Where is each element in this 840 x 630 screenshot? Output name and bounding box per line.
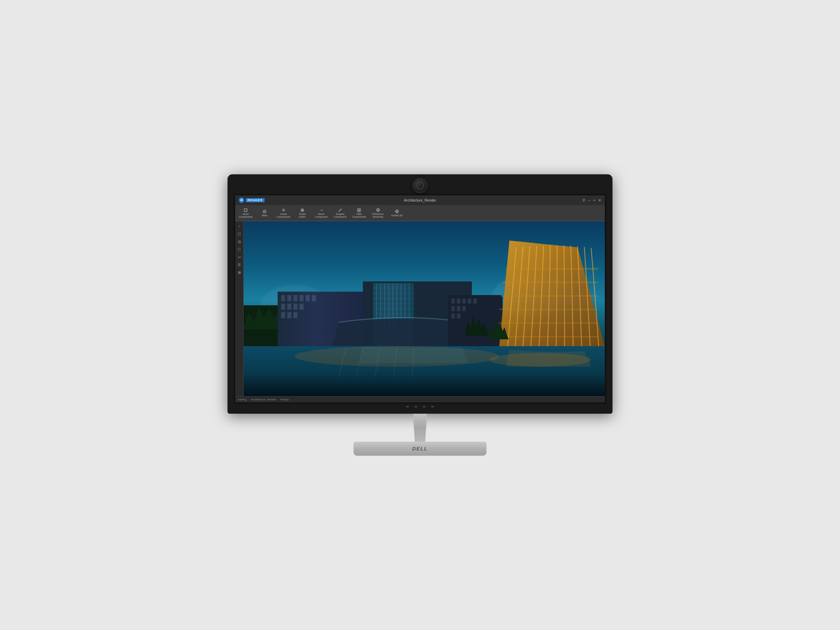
svg-rect-15 <box>300 303 304 310</box>
control-dot-1[interactable] <box>406 406 409 407</box>
expand-component-icon: ⤢ <box>338 208 342 212</box>
svg-rect-10 <box>306 295 310 302</box>
close-button[interactable]: ✕ <box>598 198 601 203</box>
title-bar-logo: ⚙ RENDER <box>239 197 265 203</box>
reference-geometry-icon: ⚙ <box>376 208 381 212</box>
monitor-top-bar <box>234 181 606 192</box>
svg-rect-51 <box>457 314 460 319</box>
svg-point-63 <box>489 353 591 367</box>
svg-rect-47 <box>452 306 455 311</box>
svg-rect-56 <box>498 322 598 324</box>
filter-components-button[interactable]: ⊞ FilterComponents <box>350 206 368 220</box>
svg-rect-9 <box>300 295 304 302</box>
minimize-button[interactable]: – <box>588 198 590 202</box>
sidebar-select-button[interactable]: ☐ <box>236 230 243 237</box>
screen-bezel: ⚙ RENDER Architecture_Render ⚲ – + ✕ <box>234 194 606 404</box>
status-bar: Editing Architecture_Render Ready <box>235 396 605 403</box>
control-dot-4[interactable] <box>431 406 434 407</box>
sidebar-collapse-button[interactable]: ‹ <box>236 223 243 230</box>
sidebar: ‹ ☐ ⊟ ⬡ ↩ ☰ ⊠ <box>235 221 243 396</box>
app-logo-text: RENDER <box>246 198 265 202</box>
viewport[interactable] <box>243 221 605 396</box>
smart-editor-icon: ⊕ <box>300 208 305 212</box>
svg-rect-48 <box>457 306 460 311</box>
screen: ⚙ RENDER Architecture_Render ⚲ – + ✕ <box>235 195 605 403</box>
sidebar-save-button[interactable]: ⊟ <box>236 238 243 245</box>
linear-components-icon: ≡ <box>282 208 285 212</box>
title-bar: ⚙ RENDER Architecture_Render ⚲ – + ✕ <box>235 195 605 205</box>
app-window: ⚙ RENDER Architecture_Render ⚲ – + ✕ <box>235 195 605 403</box>
search-icon[interactable]: ⚲ <box>583 198 585 203</box>
svg-rect-43 <box>457 298 460 304</box>
svg-rect-55 <box>499 309 598 310</box>
svg-rect-53 <box>503 281 598 283</box>
svg-rect-16 <box>281 312 285 319</box>
svg-rect-50 <box>452 314 455 319</box>
svg-rect-42 <box>452 298 455 304</box>
toolbar: ⊡ InsertComponents ⊘ Mate ≡ LinearCompon… <box>235 205 605 221</box>
monitor-stand-neck <box>403 414 437 442</box>
monitor-bottom-controls <box>234 404 606 409</box>
monitor: ⚙ RENDER Architecture_Render ⚲ – + ✕ <box>227 174 613 456</box>
status-item-1: Editing <box>238 398 246 401</box>
status-item-2: Architecture_Render <box>251 398 276 401</box>
linear-components-button[interactable]: ≡ LinearComponents <box>275 206 293 220</box>
window-title: Architecture_Render <box>404 199 436 202</box>
sidebar-notes-button[interactable]: ☰ <box>236 261 243 268</box>
svg-rect-57 <box>498 336 598 337</box>
svg-rect-14 <box>293 303 297 310</box>
move-component-icon: → <box>319 208 324 212</box>
svg-rect-54 <box>501 295 597 297</box>
insert-components-button[interactable]: ⊡ InsertComponents <box>237 206 255 220</box>
monitor-stand-base: DELL <box>354 442 486 456</box>
architecture-render <box>243 221 605 396</box>
window-controls: ⚲ – + ✕ <box>583 198 601 203</box>
mate-icon: ⊘ <box>262 209 267 214</box>
filter-components-icon: ⊞ <box>357 208 361 212</box>
instant-3d-icon: ⚙ <box>395 209 399 214</box>
sidebar-trash-button[interactable]: ⊠ <box>236 269 243 276</box>
move-component-button[interactable]: → MoveComponent <box>312 206 330 220</box>
scene-svg <box>243 221 605 396</box>
svg-rect-49 <box>463 306 466 311</box>
logo-icon: ⚙ <box>239 197 244 203</box>
reference-geometry-button[interactable]: ⚙ ReferenceGeometry <box>369 206 387 220</box>
svg-rect-11 <box>312 295 316 302</box>
monitor-body: ⚙ RENDER Architecture_Render ⚲ – + ✕ <box>227 174 613 414</box>
svg-rect-44 <box>463 298 466 304</box>
svg-rect-52 <box>506 268 598 270</box>
svg-rect-6 <box>281 295 285 302</box>
svg-rect-7 <box>287 295 292 302</box>
smart-editor-button[interactable]: ⊕ SmartEditor <box>293 206 311 220</box>
sidebar-shapes-button[interactable]: ⬡ <box>236 246 243 253</box>
webcam <box>412 178 428 193</box>
mate-button[interactable]: ⊘ Mate <box>256 206 274 220</box>
instant-3d-button[interactable]: ⚙ Instant 3D <box>388 206 406 220</box>
webcam-lens <box>417 182 423 189</box>
svg-rect-46 <box>473 298 477 304</box>
svg-rect-18 <box>293 312 297 319</box>
control-dot-3[interactable] <box>423 406 426 407</box>
dell-logo: DELL <box>412 446 428 452</box>
control-dot-2[interactable] <box>414 406 417 407</box>
maximize-button[interactable]: + <box>593 198 595 202</box>
svg-rect-13 <box>287 303 292 310</box>
expand-component-button[interactable]: ⤢ ExpandComponent <box>331 206 349 220</box>
sidebar-undo-button[interactable]: ↩ <box>236 253 243 261</box>
svg-rect-17 <box>287 312 292 319</box>
svg-rect-45 <box>468 298 471 304</box>
insert-components-icon: ⊡ <box>243 208 248 212</box>
svg-rect-8 <box>293 295 297 302</box>
main-content: ‹ ☐ ⊟ ⬡ ↩ ☰ ⊠ <box>235 221 605 396</box>
status-item-3: Ready <box>281 398 289 401</box>
svg-rect-12 <box>281 303 285 310</box>
